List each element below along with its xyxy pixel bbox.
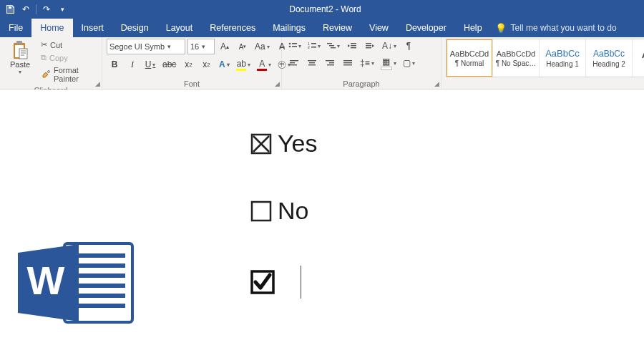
tab-file[interactable]: File bbox=[0, 19, 31, 37]
increase-indent-button[interactable] bbox=[362, 39, 378, 53]
doc-line-no[interactable]: No bbox=[250, 197, 308, 225]
italic-button[interactable]: I bbox=[125, 57, 140, 72]
tab-help[interactable]: Help bbox=[455, 19, 491, 37]
undo-icon[interactable]: ↶ bbox=[20, 4, 31, 15]
tab-developer[interactable]: Developer bbox=[397, 19, 455, 37]
copy-label: Copy bbox=[49, 54, 68, 62]
strikethrough-button[interactable]: abc bbox=[160, 57, 178, 72]
svg-rect-21 bbox=[290, 60, 298, 61]
style-preview: AaBbCc bbox=[593, 49, 625, 59]
superscript-button[interactable]: x2 bbox=[198, 57, 214, 72]
group-font-label: Font bbox=[107, 78, 277, 89]
style-name: Heading 2 bbox=[592, 60, 625, 68]
tab-home[interactable]: Home bbox=[31, 19, 72, 37]
svg-point-4 bbox=[289, 43, 291, 45]
text-effects-button[interactable]: A bbox=[216, 57, 232, 72]
tab-mailings[interactable]: Mailings bbox=[264, 19, 314, 37]
style-preview: AaBbCcDd bbox=[497, 49, 535, 58]
qat-dropdown-icon[interactable]: ▾ bbox=[57, 4, 68, 15]
tell-me-search[interactable]: 💡 Tell me what you want to do bbox=[495, 19, 617, 37]
brush-icon bbox=[41, 69, 51, 79]
svg-rect-11 bbox=[311, 47, 316, 48]
align-center-button[interactable] bbox=[304, 56, 320, 70]
window-title: Document2 - Word bbox=[68, 4, 582, 14]
doc-text: Yes bbox=[278, 130, 317, 158]
svg-point-6 bbox=[289, 46, 291, 48]
svg-rect-32 bbox=[343, 64, 352, 65]
decrease-indent-button[interactable] bbox=[344, 39, 360, 53]
svg-rect-23 bbox=[290, 64, 297, 65]
multilevel-list-button[interactable] bbox=[325, 39, 342, 53]
lightbulb-icon: 💡 bbox=[495, 23, 507, 34]
font-color-button[interactable]: A bbox=[255, 57, 273, 72]
subscript-button[interactable]: x2 bbox=[180, 57, 196, 72]
bold-button[interactable]: B bbox=[107, 57, 122, 72]
numbering-button[interactable]: 12 bbox=[306, 39, 323, 53]
doc-line-check[interactable] bbox=[250, 270, 280, 294]
doc-text: No bbox=[278, 197, 308, 225]
styles-gallery[interactable]: AaBbCcDd ¶ Normal AaBbCcDd ¶ No Spac… Aa… bbox=[446, 39, 644, 77]
group-font: Segoe UI Symb▾ 16▾ A▴ A▾ Aa A̶ B I U abc… bbox=[102, 37, 282, 89]
borders-button[interactable]: ▢ bbox=[401, 56, 417, 70]
format-painter-button[interactable]: Format Painter bbox=[39, 64, 97, 84]
save-icon[interactable] bbox=[4, 4, 16, 15]
align-left-button[interactable] bbox=[286, 56, 302, 70]
font-name-value: Segoe UI Symb bbox=[109, 42, 165, 51]
underline-button[interactable]: U bbox=[142, 57, 158, 72]
shading-button[interactable]: ▦ bbox=[379, 56, 399, 70]
font-size-value: 16 bbox=[190, 42, 199, 51]
sort-button[interactable]: A↓ bbox=[380, 39, 399, 53]
paste-button[interactable]: Paste ▾ bbox=[4, 39, 36, 77]
chevron-down-icon: ▾ bbox=[19, 69, 21, 75]
style-normal[interactable]: AaBbCcDd ¶ Normal bbox=[447, 39, 493, 77]
change-case-button[interactable]: Aa bbox=[253, 39, 272, 54]
svg-rect-19 bbox=[366, 45, 371, 46]
style-title[interactable]: AaB Title bbox=[633, 39, 644, 77]
tab-design[interactable]: Design bbox=[112, 19, 157, 37]
tab-layout[interactable]: Layout bbox=[157, 19, 202, 37]
format-painter-label: Format Painter bbox=[54, 66, 95, 83]
copy-button[interactable]: ⧉ Copy bbox=[39, 52, 97, 64]
grow-font-button[interactable]: A▴ bbox=[217, 39, 233, 54]
paste-label: Paste bbox=[10, 60, 30, 69]
quick-access-toolbar: ↶ ↷ ▾ bbox=[4, 4, 68, 15]
tab-insert[interactable]: Insert bbox=[73, 19, 112, 37]
style-no-spacing[interactable]: AaBbCcDd ¶ No Spac… bbox=[493, 39, 540, 77]
svg-text:2: 2 bbox=[308, 45, 310, 49]
svg-rect-14 bbox=[331, 47, 336, 48]
show-marks-button[interactable]: ¶ bbox=[401, 39, 416, 53]
style-heading-2[interactable]: AaBbCc Heading 2 bbox=[586, 39, 633, 77]
bullets-button[interactable] bbox=[286, 39, 303, 53]
svg-rect-18 bbox=[366, 43, 371, 44]
tab-review[interactable]: Review bbox=[314, 19, 361, 37]
svg-rect-15 bbox=[351, 43, 356, 44]
font-size-combo[interactable]: 16▾ bbox=[187, 39, 215, 54]
qat-separator bbox=[36, 4, 36, 14]
font-launcher-icon[interactable]: ◢ bbox=[275, 80, 280, 87]
svg-rect-22 bbox=[290, 62, 295, 63]
shrink-font-button[interactable]: A▾ bbox=[235, 39, 250, 54]
cut-button[interactable]: ✂ Cut bbox=[39, 39, 97, 51]
svg-rect-16 bbox=[351, 45, 356, 46]
svg-rect-27 bbox=[326, 60, 334, 61]
tab-references[interactable]: References bbox=[201, 19, 264, 37]
svg-text:W: W bbox=[27, 258, 65, 303]
document-canvas[interactable]: W Yes No bbox=[0, 89, 644, 363]
line-spacing-button[interactable]: ‡≡ bbox=[358, 56, 376, 70]
style-heading-1[interactable]: AaBbCc Heading 1 bbox=[540, 39, 586, 77]
font-name-combo[interactable]: Segoe UI Symb▾ bbox=[107, 39, 185, 54]
redo-icon[interactable]: ↷ bbox=[41, 4, 52, 15]
tab-view[interactable]: View bbox=[361, 19, 397, 37]
clipboard-launcher-icon[interactable]: ◢ bbox=[95, 80, 100, 87]
chevron-down-icon: ▾ bbox=[202, 43, 205, 50]
svg-rect-17 bbox=[351, 47, 356, 48]
paragraph-launcher-icon[interactable]: ◢ bbox=[434, 80, 439, 87]
svg-rect-1 bbox=[16, 41, 22, 44]
svg-rect-13 bbox=[329, 45, 334, 46]
svg-rect-12 bbox=[327, 43, 332, 44]
justify-button[interactable] bbox=[340, 56, 356, 70]
doc-line-yes[interactable]: Yes bbox=[250, 130, 317, 158]
highlight-color-button[interactable]: ab bbox=[234, 57, 253, 72]
align-right-button[interactable] bbox=[322, 56, 338, 70]
checkbox-empty-icon bbox=[250, 200, 272, 222]
